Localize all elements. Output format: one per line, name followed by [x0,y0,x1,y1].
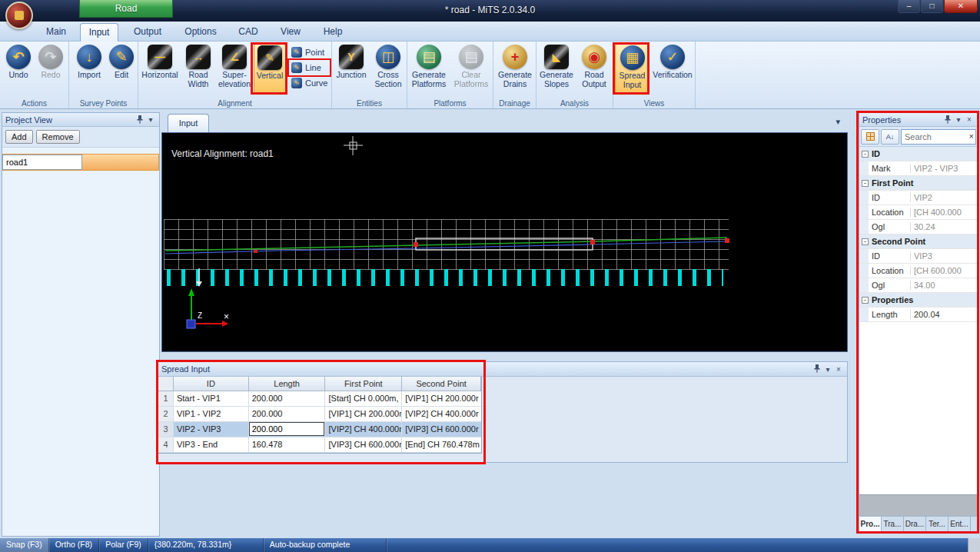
polar-toggle[interactable]: Polar (F9) [99,538,148,552]
import-button[interactable]: ↓ Import [72,44,106,95]
tab-traverse[interactable]: Tra... [882,517,904,531]
maximize-button[interactable]: □ [921,0,943,13]
group-alignment: — Horizontal ↔ Road Width ∠ Super-elevat… [138,42,332,108]
table-row[interactable]: 1 Start - VIP1 200.000 [Start] CH 0.000m… [158,391,481,407]
horizontal-button[interactable]: — Horizontal [140,44,180,95]
generate-slopes-button[interactable]: ◣ Generate Slopes [537,44,576,95]
close-icon[interactable]: × [833,365,844,374]
search-clear-icon[interactable]: × [969,131,974,141]
pin-icon[interactable] [942,115,953,125]
property-row[interactable]: Ogl34.00 [859,278,978,293]
minimize-button[interactable]: – [898,0,920,13]
window-title: * road - MiTS 2.0.34.0 [0,0,980,20]
clear-platforms-button: ▤ Clear Platforms [450,44,492,95]
search-input[interactable] [901,129,976,145]
pin-icon[interactable] [135,115,145,125]
properties-header: Properties ▾ × [859,113,978,127]
cross-section-button[interactable]: ◫ Cross Section [370,44,406,95]
close-icon[interactable]: × [964,115,975,124]
document-tab-input[interactable]: Input [168,114,209,132]
tab-help[interactable]: Help [315,23,350,42]
generate-slopes-icon: ◣ [544,45,569,69]
vertical-button[interactable]: ✎ Vertical [254,44,286,95]
column-header-second-point[interactable]: Second Point [402,377,481,391]
row-number: 3 [158,422,174,437]
categorized-view-button[interactable] [861,129,879,145]
collapse-icon[interactable]: - [862,180,869,187]
tab-view[interactable]: View [272,23,309,42]
group-label-survey-points: Survey Points [69,99,138,108]
group-label-analysis: Analysis [537,99,613,108]
ortho-toggle[interactable]: Ortho (F8) [49,538,99,552]
line-button[interactable]: ✎ Line [290,60,331,75]
column-header-id[interactable]: ID [174,377,249,391]
property-row[interactable]: MarkVIP2 - VIP3 [859,161,978,176]
undo-button[interactable]: ↶ Undo [3,44,34,95]
category-row[interactable]: -Properties [859,293,978,308]
point-button[interactable]: ✎ Point [290,45,331,60]
add-button[interactable]: Add [5,130,33,144]
drawing-canvas[interactable]: Z × Vertical Alignment: road1 [161,132,848,352]
tab-list-chevron-icon[interactable]: ▾ [835,117,840,127]
road-width-button[interactable]: ↔ Road Width [181,44,215,95]
chevron-down-icon[interactable]: ▾ [822,365,833,374]
category-row[interactable]: -Second Point [859,234,978,249]
tab-drainage[interactable]: Dra... [904,517,926,531]
collapse-icon[interactable]: - [862,151,869,158]
generate-drains-button[interactable]: + Generate Drains [494,44,536,95]
edit-button[interactable]: ✎ Edit [108,44,135,95]
spread-input-icon: ▦ [620,45,645,70]
tab-cad[interactable]: CAD [231,23,266,42]
road-output-button[interactable]: ◉ Road Output [576,44,612,95]
tab-properties[interactable]: Pro... [859,517,882,531]
column-header-length[interactable]: Length [249,377,326,391]
remove-button[interactable]: Remove [36,130,80,144]
snap-toggle[interactable]: Snap (F3) [0,538,49,552]
spread-input-button[interactable]: ▦ Spread Input [615,44,649,95]
tab-output[interactable]: Output [125,23,171,42]
tab-terrain[interactable]: Ter... [926,517,948,531]
column-header-first-point[interactable]: First Point [325,377,402,391]
collapse-icon[interactable]: - [862,238,869,245]
line-icon: ✎ [291,62,302,73]
chevron-down-icon[interactable]: ▾ [953,115,964,124]
curve-button[interactable]: ✎ Curve [290,75,331,91]
pin-icon[interactable] [812,364,822,374]
property-row[interactable]: IDVIP2 [859,191,978,205]
table-row[interactable]: 2 VIP1 - VIP2 200.000 [VIP1] CH 200.000r… [158,407,481,422]
tab-entities[interactable]: Ent... [948,517,971,531]
table-row[interactable]: 4 VIP3 - End 160.478 [VIP3] CH 600.000r … [158,437,481,453]
close-button[interactable]: ✕ [944,0,978,13]
collapse-icon[interactable]: - [862,297,869,304]
super-elevation-button[interactable]: ∠ Super-elevation [217,44,252,95]
property-row[interactable]: Length200.04 [859,308,978,322]
category-row[interactable]: -ID [859,147,978,161]
group-platforms: ▤ Generate Platforms ▤ Clear Platforms P… [407,42,493,108]
tab-options[interactable]: Options [177,23,224,42]
road1-name-input[interactable] [2,155,82,170]
property-row[interactable]: Ogl30.24 [859,220,978,234]
generate-platforms-button[interactable]: ▤ Generate Platforms [408,44,450,95]
property-row[interactable]: Location[CH 600.000 [859,264,978,278]
categorized-icon [866,132,875,141]
redo-button: ↷ Redo [35,44,66,95]
length-edit-input[interactable] [249,422,325,436]
property-row[interactable]: Location[CH 400.000 [859,205,978,220]
property-row[interactable]: IDVIP3 [859,249,978,264]
resize-grip[interactable] [968,538,980,552]
group-analysis: ◣ Generate Slopes ◉ Road Output Analysis [537,42,613,108]
app-logo-icon[interactable] [5,2,33,29]
tab-input[interactable]: Input [80,23,118,42]
chevron-down-icon[interactable]: ▾ [145,115,156,124]
table-row-selected[interactable]: 3 VIP2 - VIP3 [VIP2] CH 400.000r [VIP3] … [158,422,481,437]
properties-toolbar: A↓ × [859,127,978,147]
alphabetical-sort-button[interactable]: A↓ [881,129,899,145]
spread-input-panel: Spread Input ▾ × ID Length First Point S… [158,361,848,463]
verification-button[interactable]: ✓ Verification [652,44,693,95]
project-item-road1[interactable] [2,154,159,171]
category-row[interactable]: -First Point [859,176,978,191]
junction-button[interactable]: Y Junction [334,44,369,95]
tab-main[interactable]: Main [38,23,74,42]
cross-section-icon: ◫ [376,45,400,69]
spread-input-body: ID Length First Point Second Point 1 Sta… [158,377,847,463]
